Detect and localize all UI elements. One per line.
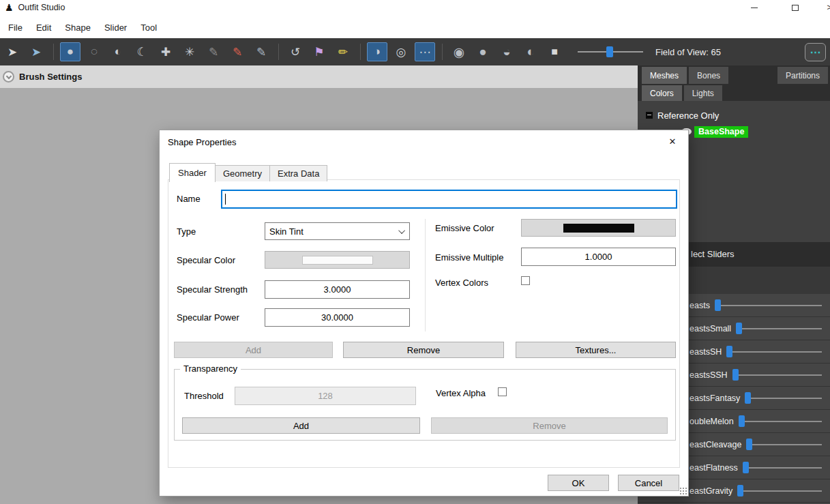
transparency-remove-button[interactable]: Remove [431, 417, 668, 434]
emissive-color-label: Emissive Color [435, 223, 494, 233]
select-tool-icon[interactable]: ➤ [2, 42, 23, 61]
maximize-button[interactable] [785, 0, 805, 15]
transparency-add-button[interactable]: Add [182, 417, 420, 434]
collapse-chevron-icon[interactable] [3, 71, 14, 83]
outfit-studio-window: ♟ Outfit Studio > File Edit Shape Slider… [0, 0, 830, 504]
slider-handle[interactable] [736, 323, 742, 334]
tab-bones[interactable]: Bones [689, 67, 728, 84]
alpha-brush-icon[interactable]: ✎ [251, 42, 271, 61]
slider-handle[interactable] [743, 462, 749, 473]
specular-power-input[interactable]: 30.0000 [265, 308, 410, 327]
emissive-color-button[interactable] [521, 219, 676, 237]
close-button[interactable]: > [819, 0, 830, 15]
selected-shape-label[interactable]: BaseShape [694, 126, 748, 138]
shader-remove-button[interactable]: Remove [343, 342, 504, 358]
ok-button[interactable]: OK [548, 475, 609, 491]
emissive-multiple-label: Emissive Multiple [435, 252, 503, 263]
tab-partitions[interactable]: Partitions [777, 67, 828, 84]
slider-label: eastsSSH [690, 370, 728, 380]
emissive-multiple-input[interactable]: 1.0000 [521, 248, 676, 266]
rotate-view-icon[interactable]: ↺ [285, 42, 306, 61]
view-back-icon[interactable]: ● [473, 42, 493, 61]
field-of-view-slider[interactable] [578, 45, 643, 59]
name-input[interactable] [221, 190, 677, 209]
perspective-toggle-icon[interactable]: ■ [544, 42, 565, 61]
slider-handle[interactable] [715, 299, 721, 311]
specular-color-button[interactable] [265, 251, 410, 269]
toolbar-separator [278, 44, 279, 60]
tab-shader[interactable]: Shader [169, 163, 216, 182]
titlebar: ♟ Outfit Studio > [0, 0, 830, 15]
vertex-alpha-label: Vertex Alpha [436, 388, 486, 398]
slider-handle[interactable] [746, 439, 752, 450]
slider-track[interactable] [745, 421, 822, 422]
comment-icon[interactable]: ⋯ [805, 43, 826, 61]
slider-label: easts [690, 301, 710, 310]
name-label: Name [177, 194, 201, 204]
smooth-brush-icon[interactable]: ☾ [132, 42, 152, 61]
deflate-brush-icon[interactable]: ◐ [108, 42, 128, 61]
slider-track[interactable] [721, 305, 822, 306]
move-brush-icon[interactable]: ✚ [155, 42, 176, 61]
tab-geometry[interactable]: Geometry [216, 165, 270, 181]
slider-track[interactable] [749, 467, 822, 469]
tab-lights[interactable]: Lights [684, 85, 722, 101]
menu-tool[interactable]: Tool [134, 21, 164, 34]
x-mirror-icon[interactable]: ◑ [367, 42, 387, 61]
type-dropdown[interactable]: Skin Tint [265, 222, 410, 240]
emissive-color-swatch [563, 224, 634, 233]
view-right-icon[interactable]: ◐ [520, 42, 541, 61]
slider-track[interactable] [739, 374, 822, 376]
inflate-brush-icon[interactable]: ● [60, 42, 80, 61]
threshold-label: Threshold [184, 391, 224, 401]
slider-handle[interactable] [739, 415, 745, 427]
tree-collapse-icon[interactable] [646, 112, 653, 119]
slider-handle[interactable] [726, 346, 732, 357]
connected-brush-icon[interactable]: ◎ [391, 42, 411, 61]
menu-slider[interactable]: Slider [98, 21, 134, 34]
dialog-titlebar[interactable]: Shape Properties [160, 130, 688, 153]
minimize-button[interactable] [744, 0, 765, 15]
slider-handle[interactable] [732, 369, 739, 381]
dialog-tabs: Shader Geometry Extra Data [169, 163, 327, 181]
slider-track[interactable] [751, 398, 822, 399]
menu-edit[interactable]: Edit [29, 21, 58, 34]
slider-handle[interactable] [737, 485, 743, 496]
textures-button[interactable]: Textures... [516, 342, 676, 358]
specular-power-label: Specular Power [177, 312, 239, 323]
cancel-button[interactable]: Cancel [618, 475, 679, 491]
pin-icon[interactable]: ⚑ [309, 42, 329, 61]
shader-add-button[interactable]: Add [174, 342, 333, 358]
resize-grip[interactable] [679, 487, 687, 494]
view-front-icon[interactable]: ◉ [449, 42, 469, 61]
field-of-view-thumb[interactable] [606, 46, 613, 57]
mask-brush-icon[interactable]: ◌ [84, 42, 104, 61]
tree-item-reference-only[interactable]: Reference Only [638, 109, 830, 121]
tab-extra-data[interactable]: Extra Data [270, 165, 327, 181]
slider-track[interactable] [742, 328, 822, 329]
vertex-alpha-checkbox[interactable] [498, 387, 507, 396]
undiff-brush-icon[interactable]: ✳ [179, 42, 200, 61]
slider-track[interactable] [732, 351, 822, 353]
brush-settings-header[interactable]: Brush Settings [0, 65, 638, 88]
toolbar-separator [360, 44, 361, 60]
toolbar-separator [442, 44, 443, 60]
threshold-input[interactable]: 128 [235, 387, 416, 405]
weight-brush-icon[interactable]: ✎ [203, 42, 224, 61]
color-brush-icon[interactable]: ✎ [227, 42, 248, 61]
tab-meshes[interactable]: Meshes [642, 67, 687, 84]
select-alt-tool-icon[interactable]: ➤ [26, 42, 46, 61]
pencil-icon[interactable]: ✏ [333, 42, 353, 61]
tree-root-label: Reference Only [657, 110, 719, 121]
slider-track[interactable] [752, 444, 822, 445]
dialog-close-icon[interactable]: ✕ [666, 136, 679, 147]
view-left-icon[interactable]: ◒ [496, 42, 517, 61]
global-brush-icon[interactable]: ⋯ [415, 42, 435, 61]
slider-handle[interactable] [745, 392, 751, 404]
specular-strength-input[interactable]: 3.0000 [265, 280, 410, 299]
tab-colors[interactable]: Colors [642, 85, 682, 101]
menu-shape[interactable]: Shape [58, 21, 98, 34]
menu-file[interactable]: File [1, 21, 29, 34]
slider-track[interactable] [743, 490, 822, 492]
vertex-colors-checkbox[interactable] [521, 276, 530, 285]
